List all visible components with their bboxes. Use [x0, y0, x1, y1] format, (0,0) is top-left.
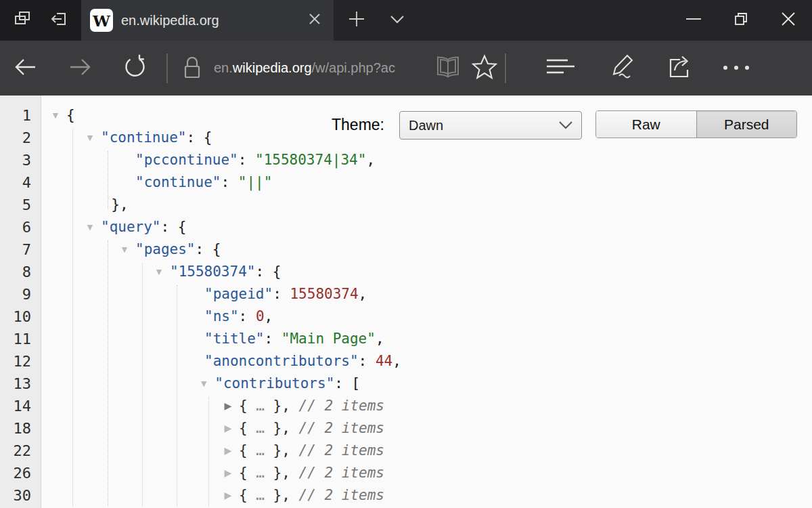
reading-view-button[interactable] — [432, 54, 464, 83]
address-bar[interactable]: en.wikipedia.org/w/api.php?ac — [175, 48, 501, 89]
back-button[interactable] — [11, 54, 41, 83]
line-number: 14 — [0, 395, 31, 417]
json-token-comment: // 2 items — [290, 465, 384, 481]
json-line: "query": { — [101, 216, 186, 238]
expand-toggle[interactable]: ▶ — [220, 395, 236, 417]
tab-list-dropdown-button[interactable] — [382, 5, 412, 35]
json-token-brace: }, — [265, 465, 290, 481]
line-number: 8 — [0, 261, 31, 283]
json-token-num: 0 — [256, 308, 265, 324]
json-token-punct: : — [239, 308, 256, 324]
collapse-toggle[interactable]: ▼ — [151, 261, 167, 283]
hub-button[interactable] — [541, 54, 579, 83]
share-icon — [666, 54, 693, 83]
select-chevron-icon — [558, 121, 573, 130]
json-token-key: "continue" — [101, 129, 186, 146]
json-token-num: 15580374 — [290, 286, 358, 302]
json-token-punct: : — [273, 286, 290, 302]
json-token-key: "anoncontributors" — [204, 353, 359, 369]
pen-icon — [608, 54, 635, 83]
url-path: /w/api.php?ac — [312, 60, 395, 75]
tab-preview-icon — [13, 9, 32, 31]
line-number: 4 — [0, 171, 31, 194]
json-line: "anoncontributors": 44, — [204, 350, 401, 373]
toolbar-divider — [166, 54, 168, 83]
tab-en-wikipedia[interactable]: W en.wikipedia.org — [81, 0, 334, 41]
expand-toggle[interactable]: ▶ — [220, 484, 236, 507]
json-token-key: "query" — [101, 219, 161, 235]
json-token-punct: : { — [255, 263, 281, 280]
parsed-button[interactable]: Parsed — [696, 111, 797, 137]
refresh-icon — [122, 54, 149, 83]
expand-toggle[interactable]: ▶ — [220, 440, 236, 462]
refresh-button[interactable] — [120, 54, 150, 83]
forward-arrow-icon — [67, 54, 93, 83]
json-token-str: "||" — [238, 174, 273, 190]
line-number: 10 — [0, 305, 31, 328]
tab-actions-well — [0, 0, 81, 41]
url-prefix: en. — [214, 60, 233, 75]
collapse-toggle[interactable]: ▼ — [82, 216, 98, 238]
indent-guide — [208, 397, 209, 506]
tab-title: en.wikipedia.org — [121, 13, 300, 28]
indent-guide — [108, 240, 108, 506]
json-token-key: "pccontinue" — [135, 152, 238, 168]
collapse-toggle[interactable]: ▼ — [47, 104, 64, 127]
json-token-comment: // 2 items — [290, 442, 384, 459]
json-token-punct: , — [366, 152, 375, 168]
json-line: { … }, // 2 items — [239, 462, 384, 484]
theme-select[interactable]: Dawn — [399, 111, 582, 140]
url-domain: wikipedia.org — [233, 60, 312, 75]
line-number: 13 — [0, 373, 31, 395]
set-tabs-aside-button[interactable] — [44, 5, 74, 35]
view-mode-switch: Raw Parsed — [595, 110, 797, 138]
json-line: "pages": { — [135, 238, 221, 261]
collapse-toggle[interactable]: ▼ — [82, 127, 98, 149]
web-note-button[interactable] — [602, 54, 640, 83]
line-number: 9 — [0, 283, 31, 305]
ellipsis-icon — [721, 62, 751, 75]
tab-close-button[interactable] — [300, 5, 330, 35]
restore-button[interactable] — [717, 0, 765, 41]
collapse-toggle[interactable]: ▼ — [196, 373, 212, 395]
url-text[interactable]: en.wikipedia.org/w/api.php?ac — [214, 60, 432, 76]
theme-selected-value: Dawn — [409, 118, 558, 133]
raw-button[interactable]: Raw — [596, 111, 696, 137]
json-token-brace: { — [239, 420, 256, 436]
json-token-comment: // 2 items — [290, 398, 384, 414]
minimize-icon — [685, 11, 702, 30]
back-arrow-icon — [13, 54, 39, 83]
book-icon — [435, 56, 461, 81]
indent-guide — [72, 129, 73, 506]
json-token-dots: … — [256, 442, 265, 459]
json-token-key: "title" — [204, 331, 265, 347]
close-icon — [308, 12, 321, 28]
forward-button[interactable] — [65, 54, 95, 83]
tab-preview-button[interactable] — [7, 5, 37, 35]
share-button[interactable] — [660, 54, 698, 83]
json-token-punct: : — [221, 174, 238, 190]
json-token-punct: : — [359, 353, 376, 369]
new-tab-area — [334, 0, 412, 41]
json-line: "continue": { — [101, 127, 212, 149]
json-token-brace: }, — [265, 420, 290, 436]
json-token-str: "15580374|34" — [255, 152, 366, 168]
json-token-dots: … — [256, 398, 265, 414]
new-tab-button[interactable] — [342, 5, 371, 35]
json-line: { … }, // 2 items — [239, 417, 384, 440]
minimize-button[interactable] — [670, 0, 717, 41]
json-token-brace: { — [239, 465, 256, 481]
tab-bar: W en.wikipedia.org — [0, 0, 812, 41]
window-close-button[interactable] — [765, 0, 812, 41]
expand-toggle[interactable]: ▶ — [220, 417, 236, 440]
json-token-punct: : { — [186, 129, 212, 146]
more-options-button[interactable] — [716, 54, 757, 83]
json-token-dots: … — [256, 465, 265, 481]
add-favorite-button[interactable] — [468, 54, 501, 83]
expand-toggle[interactable]: ▶ — [220, 462, 236, 484]
json-line: }, — [111, 194, 128, 216]
collapse-toggle[interactable]: ▼ — [116, 238, 133, 261]
json-token-brace: }, — [265, 442, 290, 459]
json-line: "continue": "||" — [135, 171, 272, 194]
browser-window: W en.wikipedia.org — [0, 0, 812, 508]
